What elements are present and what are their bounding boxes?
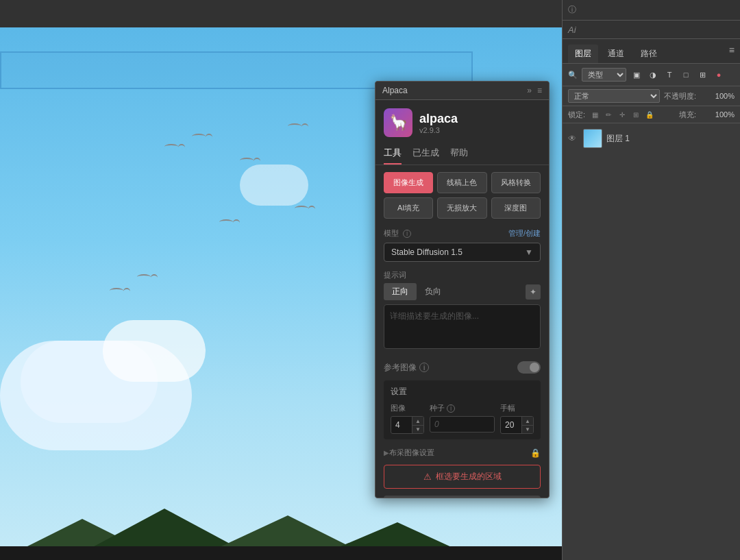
tab-paths[interactable]: 路径 (634, 45, 664, 63)
bird-1 (164, 144, 178, 149)
bird-3 (240, 158, 254, 163)
advanced-row[interactable]: ▶ 布采图像设置 🔒 (375, 445, 549, 461)
bird-4 (288, 123, 301, 129)
alpaca-header-icons: » ≡ (527, 86, 542, 95)
seed-field: 种子 i (430, 403, 495, 433)
prompt-section: 正向 负向 ✦ (375, 282, 549, 357)
steps-down[interactable]: ▼ (522, 425, 533, 433)
opacity-value: 100% (700, 92, 735, 100)
alpaca-name-section: alpaca v2.9.3 (419, 112, 458, 134)
generate-button[interactable]: 生成 (384, 496, 541, 498)
model-dropdown[interactable]: Stable Diffusion 1.5 ▼ (384, 243, 541, 262)
reference-text: 参考图像 (384, 362, 417, 374)
model-value: Stable Diffusion 1.5 (391, 247, 463, 257)
kind-filter[interactable]: 类型 (582, 68, 626, 82)
shape-icon[interactable]: □ (680, 69, 692, 81)
bird-8 (295, 206, 308, 211)
settings-row: 图像 ▲ ▼ 种子 i (391, 403, 534, 434)
nav-generated[interactable]: 已生成 (412, 143, 439, 165)
steps-input[interactable] (501, 417, 521, 433)
cloud-3 (103, 320, 206, 382)
prompt-section-label: 提示词 (375, 267, 549, 282)
pixel-icon[interactable]: ▣ (630, 69, 643, 81)
tab-negative[interactable]: 负向 (417, 283, 449, 300)
model-section-label: 模型 i 管理/创建 (375, 226, 549, 240)
prompt-tabs: 正向 负向 ✦ (384, 283, 541, 300)
adjustment-icon[interactable]: ◑ (647, 69, 659, 81)
tool-ai-fill[interactable]: AI填充 (384, 197, 433, 219)
tool-depth-map[interactable]: 深度图 (491, 197, 541, 219)
tab-channels[interactable]: 通道 (601, 45, 631, 63)
nav-help[interactable]: 帮助 (450, 143, 468, 165)
manage-create-link[interactable]: 管理/创建 (508, 228, 541, 239)
image-count-up[interactable]: ▲ (412, 417, 423, 425)
smart-icon[interactable]: ⊞ (696, 69, 708, 81)
tool-upscale[interactable]: 无损放大 (437, 197, 486, 219)
tool-line-color[interactable]: 线稿上色 (437, 172, 486, 193)
lock-artboard-icon[interactable]: ⊞ (630, 109, 641, 120)
lock-transparency-icon[interactable]: ▦ (589, 109, 600, 120)
lock-label: 锁定: (568, 110, 585, 120)
fill-label: 填充: (679, 110, 696, 120)
seed-input-group (430, 416, 495, 433)
reference-label: 参考图像 i (384, 362, 429, 374)
seed-input[interactable] (430, 417, 461, 432)
advanced-arrow-icon: ▶ (384, 449, 389, 456)
menu-icon[interactable]: ≡ (537, 86, 542, 95)
bird-5 (219, 219, 233, 225)
panel-toolbar: 🔍 类型 ▣ ◑ T □ ⊞ ● (563, 64, 740, 86)
text-icon[interactable]: T (663, 69, 676, 81)
steps-up[interactable]: ▲ (522, 417, 533, 425)
layers-list: 👁 图层 1 (563, 123, 740, 560)
alpaca-version: v2.9.3 (419, 126, 458, 134)
image-count-down[interactable]: ▼ (412, 425, 423, 433)
alpaca-logo-section: 🦙 alpaca v2.9.3 (375, 100, 549, 143)
image-count-spinner: ▲ ▼ (412, 417, 423, 433)
bird-7 (137, 274, 151, 280)
model-info-icon[interactable]: i (403, 230, 411, 238)
selected-icon[interactable]: ● (713, 69, 725, 81)
settings-section: 设置 图像 ▲ ▼ (384, 380, 541, 439)
blend-mode-select[interactable]: 正常 (568, 89, 660, 103)
bird-2 (192, 134, 206, 139)
alpaca-tools: 图像生成 线稿上色 风格转换 AI填充 无损放大 深度图 (375, 165, 549, 226)
alpaca-scroll-container: 🦙 alpaca v2.9.3 工具 已生成 帮助 图像生成 线稿上色 风格转换… (375, 100, 549, 498)
lock-position-icon[interactable]: ✛ (617, 109, 628, 120)
steps-input-group: ▲ ▼ (500, 416, 534, 434)
layer-item[interactable]: 👁 图层 1 (563, 126, 740, 151)
lock-paint-icon[interactable]: ✏ (603, 109, 614, 120)
image-count-input[interactable] (391, 417, 412, 433)
image-count-field: 图像 ▲ ▼ (391, 403, 424, 434)
steps-field: 手幅 ▲ ▼ (500, 403, 534, 434)
alpaca-logo: 🦙 (384, 108, 412, 137)
expand-icon[interactable]: » (527, 86, 532, 95)
warning-text: 框选要生成的区域 (436, 471, 502, 483)
image-count-label: 图像 (391, 403, 424, 413)
reference-toggle[interactable] (517, 361, 541, 374)
tool-image-gen[interactable]: 图像生成 (384, 172, 433, 193)
alpaca-app-name: alpaca (419, 112, 458, 126)
warning-button[interactable]: ⚠ 框选要生成的区域 (384, 465, 541, 489)
reference-info-icon[interactable]: i (419, 363, 429, 372)
tab-positive[interactable]: 正向 (384, 283, 417, 300)
tab-layers[interactable]: 图层 (568, 45, 598, 63)
layer-thumbnail (583, 129, 602, 148)
info-icon[interactable]: ⓘ (568, 4, 576, 16)
canvas-top-bar (0, 0, 562, 27)
seed-info-icon[interactable]: i (447, 404, 455, 413)
alpaca-nav: 工具 已生成 帮助 (375, 143, 549, 165)
search-icon: 🔍 (568, 71, 578, 80)
steps-label: 手幅 (500, 403, 534, 413)
alpaca-panel-title: Alpaca (382, 86, 527, 95)
ai-label: Ai (568, 25, 576, 35)
advanced-lock-icon: 🔒 (530, 448, 541, 458)
tool-style-transfer[interactable]: 风格转换 (491, 172, 541, 193)
lock-row: 锁定: ▦ ✏ ✛ ⊞ 🔒 填充: 100% (563, 106, 740, 123)
magic-prompt-icon[interactable]: ✦ (526, 284, 541, 300)
lock-all-icon[interactable]: 🔒 (644, 109, 655, 120)
warning-icon: ⚠ (423, 472, 432, 482)
nav-tools[interactable]: 工具 (384, 143, 402, 165)
prompt-input[interactable] (384, 304, 541, 349)
panel-more-icon[interactable]: ≡ (729, 45, 735, 63)
layer-eye-icon[interactable]: 👁 (568, 134, 579, 143)
